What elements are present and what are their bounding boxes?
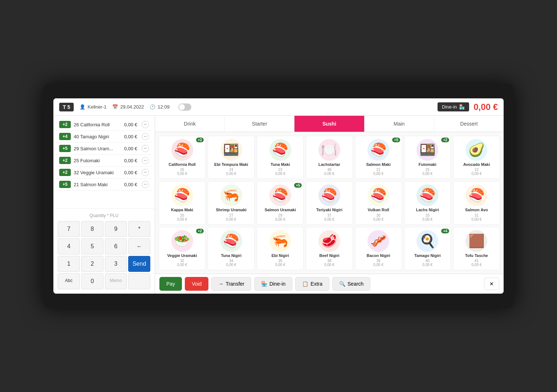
- extra-icon: 📋: [302, 281, 308, 287]
- food-icon: 🍣: [174, 188, 190, 203]
- numpad-button[interactable]: 3: [105, 256, 127, 272]
- category-tab-starter[interactable]: Starter: [225, 116, 294, 132]
- menu-item[interactable]: 🍣 Kappa Maki 20 0,00 €: [159, 181, 206, 224]
- remove-button[interactable]: −: [142, 145, 149, 152]
- menu-item[interactable]: 🍣 Teriyaki Nigiri 37 0,00 €: [306, 181, 353, 224]
- menu-item[interactable]: +2 🥗 Veggie Uramaki 32 0,00 €: [159, 227, 206, 270]
- menu-item-image: 🍽️: [318, 139, 340, 161]
- menu-item[interactable]: 🍱 Ebi Tempura Maki 24 0,00 €: [208, 136, 255, 179]
- numpad-button[interactable]: 6: [105, 238, 127, 254]
- dine-in-badge[interactable]: Dine-in 🏪: [438, 102, 469, 111]
- numpad-button[interactable]: 5: [81, 238, 103, 254]
- menu-item-num: 35: [259, 259, 302, 263]
- date-value: 29.04.2022: [120, 104, 144, 110]
- menu-item[interactable]: 🥑 Avocado Maki 22 0,00 €: [453, 136, 500, 179]
- item-name: 29 Salmon Uram...: [74, 146, 121, 151]
- menu-item-image: 🍣: [416, 184, 438, 206]
- menu-item[interactable]: 🥩 Beef Nigiri 38 0,00 €: [306, 227, 353, 270]
- numpad-button[interactable]: 0: [81, 273, 103, 289]
- order-item[interactable]: +2 25 Futomaki 0,00 € −: [56, 155, 152, 167]
- menu-item[interactable]: +2 🍣 California Roll 26 0,00 €: [159, 136, 206, 179]
- numpad-button[interactable]: [128, 273, 150, 289]
- menu-item[interactable]: 🥓 Bacon Nigiri 39 0,00 €: [355, 227, 402, 270]
- menu-item-num: 41: [455, 259, 498, 263]
- clock-icon: 🕐: [150, 104, 155, 110]
- menu-item-price: 0,00 €: [259, 217, 302, 221]
- extra-button[interactable]: 📋 Extra: [295, 277, 329, 291]
- menu-item-name: Tuna Nigiri: [210, 253, 253, 258]
- dine-in-button[interactable]: 🏪 Dine-in: [254, 277, 292, 291]
- pay-button[interactable]: Pay: [159, 277, 182, 291]
- menu-item[interactable]: 🍽️ Lachstartar 48 0,00 €: [306, 136, 353, 179]
- void-button[interactable]: Void: [185, 277, 208, 291]
- order-item[interactable]: +4 40 Tamago Nigiri 0,00 € −: [56, 131, 152, 143]
- order-item[interactable]: +5 29 Salmon Uram... 0,00 € −: [56, 143, 152, 155]
- transfer-button[interactable]: → Transfer: [211, 277, 251, 291]
- food-icon: 🥩: [321, 233, 337, 249]
- waiter-name: Kellner-1: [88, 104, 106, 110]
- date-info: 📅 29.04.2022: [112, 104, 144, 110]
- header: T 5 👤 Kellner-1 📅 29.04.2022 🕐 12:09 Din…: [53, 98, 504, 116]
- search-button[interactable]: 🔍 Search: [332, 277, 370, 291]
- category-tab-drink[interactable]: Drink: [155, 116, 225, 132]
- menu-item[interactable]: +5 🍣 Salmon Uramaki 29 0,00 €: [257, 181, 304, 224]
- menu-item[interactable]: 🟫 Tofu Tasche 41 0,00 €: [453, 227, 500, 270]
- close-button[interactable]: ✕: [484, 278, 499, 290]
- menu-item-price: 0,00 €: [455, 217, 498, 221]
- food-icon: 🟫: [468, 233, 485, 249]
- menu-item-price: 0,00 €: [406, 172, 449, 176]
- qty-badge: +5: [59, 181, 71, 188]
- numpad-button[interactable]: 9: [105, 221, 127, 237]
- numpad-button[interactable]: Memo: [105, 273, 127, 289]
- main-content: +2 26 California Roll 0,00 € − +4 40 Tam…: [53, 116, 504, 294]
- numpad-button[interactable]: 8: [81, 221, 103, 237]
- numpad-button[interactable]: 4: [58, 238, 80, 254]
- menu-item[interactable]: 🍣 Tuna Maki 23 0,00 €: [257, 136, 304, 179]
- menu-item-price: 0,00 €: [210, 263, 253, 267]
- table-badge[interactable]: T 5: [59, 103, 74, 111]
- menu-item[interactable]: 🍣 Vulkan Roll 30 0,00 €: [355, 181, 402, 224]
- numpad-button[interactable]: Abc: [58, 273, 80, 289]
- toggle-switch[interactable]: [178, 103, 191, 111]
- menu-item[interactable]: 🍣 Lachs Nigiri 33 0,00 €: [404, 181, 451, 224]
- item-name: 26 California Roll: [74, 122, 121, 127]
- remove-button[interactable]: −: [142, 133, 149, 140]
- order-item[interactable]: +2 26 California Roll 0,00 € −: [56, 119, 152, 131]
- remove-button[interactable]: −: [142, 157, 149, 164]
- remove-button[interactable]: −: [142, 181, 149, 188]
- menu-item[interactable]: +4 🍳 Tamago Nigiri 40 0,00 €: [404, 227, 451, 270]
- menu-item-price: 0,00 €: [160, 263, 204, 267]
- numpad-button[interactable]: *: [128, 221, 150, 237]
- food-icon: 🥑: [468, 142, 485, 158]
- numpad-button[interactable]: Send: [128, 256, 150, 272]
- order-item[interactable]: +5 21 Salmon Maki 0,00 € −: [56, 179, 152, 191]
- food-icon: 🍳: [419, 233, 436, 249]
- food-icon: 🍱: [419, 142, 436, 158]
- category-tab-main[interactable]: Main: [365, 116, 434, 132]
- menu-item[interactable]: 🍣 Tuna Nigiri 34 0,00 €: [208, 227, 255, 270]
- menu-item[interactable]: 🦐 Shrimp Uramaki 27 0,00 €: [208, 181, 255, 224]
- menu-item[interactable]: +5 🍣 Salmon Maki 21 0,00 €: [355, 136, 402, 179]
- waiter-icon: 👤: [80, 104, 85, 110]
- menu-item-image: 🍣: [269, 139, 291, 161]
- numpad-button[interactable]: 1: [58, 256, 80, 272]
- numpad-button[interactable]: ←: [128, 238, 150, 254]
- menu-item[interactable]: +2 🍱 Futomaki 25 0,00 €: [404, 136, 451, 179]
- menu-item[interactable]: 🦐 Ebi Nigiri 35 0,00 €: [257, 227, 304, 270]
- item-price: 0,00 €: [124, 170, 137, 175]
- numpad-button[interactable]: 7: [58, 221, 80, 237]
- food-icon: 🍣: [370, 188, 387, 203]
- order-item[interactable]: +2 32 Veggie Uramaki 0,00 € −: [56, 167, 152, 179]
- menu-item[interactable]: 🍣 Salmon Avo 31 0,00 €: [453, 181, 500, 224]
- numpad-button[interactable]: 2: [81, 256, 103, 272]
- menu-item-image: 🥗: [171, 230, 193, 252]
- menu-item-num: 22: [455, 168, 498, 172]
- menu-item-price: 0,00 €: [259, 263, 302, 267]
- category-tab-dessert[interactable]: Dessert: [434, 116, 504, 132]
- menu-item-name: Ebi Tempura Maki: [210, 162, 253, 167]
- menu-item-image: 🍣: [220, 230, 242, 252]
- remove-button[interactable]: −: [142, 121, 149, 128]
- remove-button[interactable]: −: [142, 169, 149, 176]
- category-tab-sushi[interactable]: Sushi: [294, 116, 364, 132]
- item-price: 0,00 €: [124, 134, 137, 139]
